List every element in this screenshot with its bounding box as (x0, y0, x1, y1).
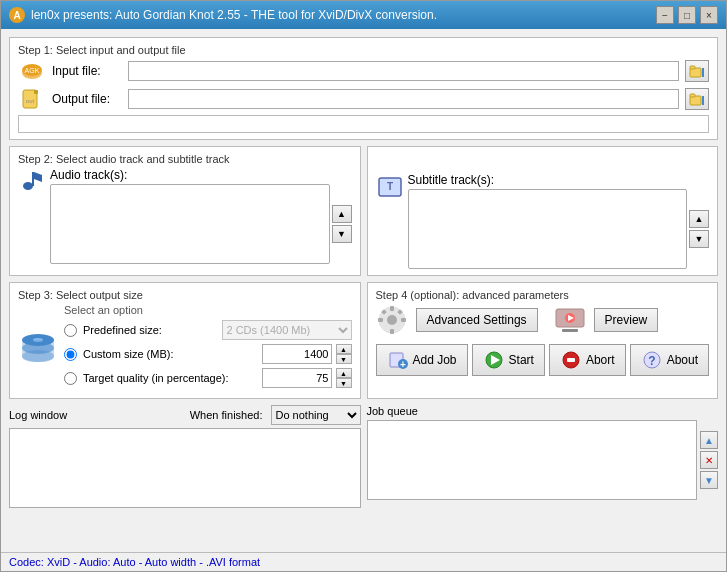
svg-text:out: out (26, 98, 35, 104)
predefined-radio[interactable] (64, 324, 77, 337)
restore-button[interactable]: □ (678, 6, 696, 24)
main-window: A len0x presents: Auto Gordian Knot 2.55… (0, 0, 727, 572)
svg-rect-5 (702, 68, 704, 77)
subtitle-up-button[interactable]: ▲ (689, 210, 709, 228)
subtitle-down-button[interactable]: ▼ (689, 230, 709, 248)
audio-track-list[interactable] (50, 184, 330, 264)
quality-label: Target quality (in percentage): (83, 372, 258, 384)
audio-up-button[interactable]: ▲ (332, 205, 352, 223)
add-job-button[interactable]: + Add Job (376, 344, 468, 376)
preview-label: Preview (605, 313, 648, 327)
quality-radio[interactable] (64, 372, 77, 385)
predefined-select[interactable]: 2 CDs (1400 Mb) (222, 320, 352, 340)
subtitle-icon: T (376, 173, 404, 201)
svg-rect-11 (702, 96, 704, 105)
advanced-settings-label: Advanced Settings (427, 313, 527, 327)
svg-rect-38 (567, 358, 575, 362)
abort-label: Abort (586, 353, 615, 367)
svg-rect-13 (32, 172, 34, 186)
svg-text:AGK: AGK (25, 67, 40, 74)
add-job-icon: + (387, 349, 409, 371)
add-job-label: Add Job (413, 353, 457, 367)
step1-label: Step 1: Select input and output file (18, 44, 709, 56)
audio-icon (18, 168, 46, 196)
audio-track-container: ▲ ▼ (50, 184, 352, 264)
svg-rect-4 (690, 66, 695, 69)
action-buttons-row: + Add Job Start (376, 344, 710, 376)
audio-track-area: Audio track(s): ▲ ▼ (50, 168, 352, 264)
job-list[interactable] (367, 420, 698, 500)
quality-up[interactable]: ▲ (336, 368, 352, 378)
subtitle-track-label: Subtitle track(s): (408, 173, 710, 187)
output-browse-button[interactable] (685, 88, 709, 110)
subtitle-track-list[interactable] (408, 189, 688, 269)
status-bar: Codec: XviD - Audio: Auto - Auto width -… (1, 552, 726, 571)
quality-input[interactable] (262, 368, 332, 388)
start-icon (483, 349, 505, 371)
step3-step4-section: Step 3: Select output size Select an opt… (9, 282, 718, 399)
disk-icon-container (18, 304, 58, 392)
svg-text:+: + (400, 359, 406, 370)
output-file-row: out Output file: (18, 87, 709, 111)
custom-size-spinner: ▲ ▼ (336, 344, 352, 364)
custom-size-up[interactable]: ▲ (336, 344, 352, 354)
custom-row: Custom size (MB): ▲ ▼ (64, 344, 352, 364)
advanced-settings-button[interactable]: Advanced Settings (416, 308, 538, 332)
custom-label: Custom size (MB): (83, 348, 258, 360)
subtitle-track-arrows: ▲ ▼ (689, 189, 709, 269)
svg-rect-23 (390, 329, 394, 334)
svg-rect-7 (34, 90, 38, 94)
close-button[interactable]: × (700, 6, 718, 24)
log-header: Log window When finished: Do nothingShut… (9, 405, 361, 425)
step2-label: Step 2: Select audio track and subtitle … (18, 153, 352, 165)
about-button[interactable]: ? About (630, 344, 709, 376)
job-arrows: ▲ ✕ ▼ (700, 420, 718, 500)
start-button[interactable]: Start (472, 344, 545, 376)
step3-label: Step 3: Select output size (18, 289, 352, 301)
predefined-row: Predefined size: 2 CDs (1400 Mb) (64, 320, 352, 340)
custom-size-down[interactable]: ▼ (336, 354, 352, 364)
job-up-button[interactable]: ▲ (700, 431, 718, 449)
audio-down-button[interactable]: ▼ (332, 225, 352, 243)
subtitle-track-area: Subtitle track(s): ▲ ▼ (408, 173, 710, 269)
about-icon: ? (641, 349, 663, 371)
job-delete-button[interactable]: ✕ (700, 451, 718, 469)
title-buttons: − □ × (656, 6, 718, 24)
log-queue-section: Log window When finished: Do nothingShut… (9, 405, 718, 544)
step3-inner: Select an option Predefined size: 2 CDs … (18, 304, 352, 392)
input-file-field[interactable] (128, 61, 679, 81)
custom-radio[interactable] (64, 348, 77, 361)
step3-section: Step 3: Select output size Select an opt… (9, 282, 361, 399)
quality-row: Target quality (in percentage): ▲ ▼ (64, 368, 352, 388)
status-text: Codec: XviD - Audio: Auto - Auto width -… (9, 556, 260, 568)
job-queue-label: Job queue (367, 405, 719, 417)
job-down-button[interactable]: ▼ (700, 471, 718, 489)
log-label: Log window (9, 409, 67, 421)
input-file-row: AGK Input file: (18, 59, 709, 83)
title-bar-left: A len0x presents: Auto Gordian Knot 2.55… (9, 7, 437, 23)
app-icon: A (9, 7, 25, 23)
preview-button[interactable]: Preview (594, 308, 659, 332)
job-queue-section: Job queue ▲ ✕ ▼ (367, 405, 719, 544)
quality-down[interactable]: ▼ (336, 378, 352, 388)
minimize-button[interactable]: − (656, 6, 674, 24)
svg-rect-22 (390, 306, 394, 311)
advanced-settings-icon (376, 304, 408, 336)
svg-rect-10 (690, 94, 695, 97)
abort-icon (560, 349, 582, 371)
output-file-field[interactable] (128, 89, 679, 109)
input-file-label: Input file: (52, 64, 122, 78)
select-option-label: Select an option (64, 304, 352, 316)
svg-point-21 (387, 315, 397, 325)
predefined-label: Predefined size: (83, 324, 218, 336)
input-browse-button[interactable] (685, 60, 709, 82)
abort-button[interactable]: Abort (549, 344, 626, 376)
svg-text:?: ? (648, 354, 655, 368)
advanced-settings-row: Advanced Settings Preview (376, 304, 710, 336)
when-finished-select[interactable]: Do nothingShutdownHibernateStandby (271, 405, 361, 425)
job-queue-area: ▲ ✕ ▼ (367, 420, 719, 500)
when-finished-label: When finished: (190, 409, 263, 421)
audio-area: Audio track(s): ▲ ▼ (18, 168, 352, 264)
custom-size-input[interactable] (262, 344, 332, 364)
audio-track-arrows: ▲ ▼ (332, 184, 352, 264)
